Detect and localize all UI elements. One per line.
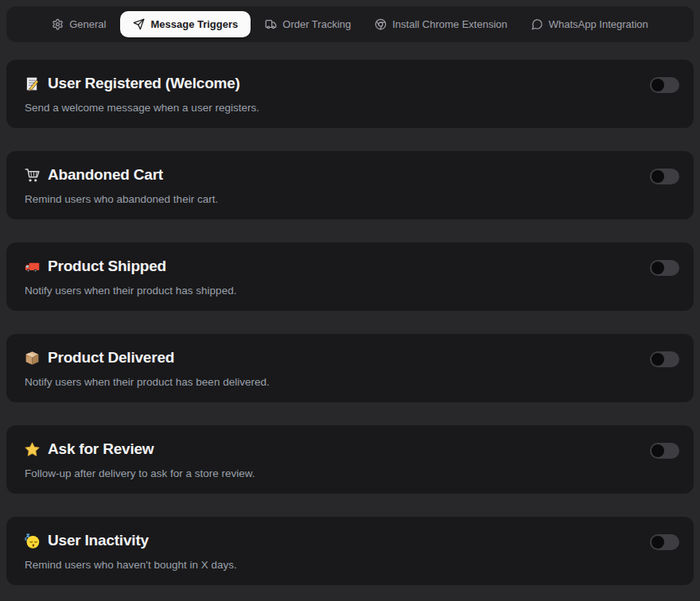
tab-order-tracking-label: Order Tracking xyxy=(282,19,351,29)
trigger-description: Notify users when their product has ship… xyxy=(25,285,676,297)
toggle-product-delivered[interactable] xyxy=(650,351,679,367)
tab-general[interactable]: General xyxy=(42,11,115,37)
trigger-card-product-delivered: Product Delivered Notify users when thei… xyxy=(6,334,694,402)
trigger-title: Product Shipped xyxy=(48,258,166,275)
star-emoji-icon xyxy=(24,441,41,458)
trigger-card-user-registered: User Registered (Welcome) Send a welcome… xyxy=(6,60,694,128)
tab-install-chrome-extension[interactable]: Install Chrome Extension xyxy=(365,11,517,37)
trigger-title: User Inactivity xyxy=(48,532,149,549)
tab-message-triggers-label: Message Triggers xyxy=(150,19,238,29)
trigger-title: User Registered (Welcome) xyxy=(48,75,240,92)
toggle-user-inactivity[interactable] xyxy=(650,534,679,550)
toggle-knob xyxy=(651,353,664,366)
trigger-description: Send a welcome message when a user regis… xyxy=(25,102,676,114)
tab-order-tracking[interactable]: Order Tracking xyxy=(255,11,360,37)
gear-icon xyxy=(52,18,64,30)
trigger-card-abandoned-cart: Abandoned Cart Remind users who abandone… xyxy=(6,151,694,219)
send-icon xyxy=(133,18,145,30)
trigger-description: Remind users who abandoned their cart. xyxy=(25,193,676,205)
tab-whatsapp-integration-label: WhatsApp Integration xyxy=(549,19,648,29)
tab-general-label: General xyxy=(69,19,106,29)
trigger-description: Remind users who haven't bought in X day… xyxy=(25,559,676,571)
trigger-description: Follow-up after delivery to ask for a st… xyxy=(25,467,676,479)
toggle-knob xyxy=(651,79,664,91)
trigger-card-user-inactivity: User Inactivity Remind users who haven't… xyxy=(6,517,694,585)
toggle-knob xyxy=(651,536,664,549)
sleeping-face-emoji-icon xyxy=(24,533,41,549)
package-emoji-icon xyxy=(24,350,41,366)
settings-tab-bar: General Message Triggers Order Tracking … xyxy=(6,6,694,42)
truck-icon xyxy=(265,18,277,30)
tab-message-triggers[interactable]: Message Triggers xyxy=(120,11,251,37)
trigger-title: Product Delivered xyxy=(48,349,174,366)
toggle-product-shipped[interactable] xyxy=(650,260,679,276)
trigger-card-list: User Registered (Welcome) Send a welcome… xyxy=(6,60,694,601)
trigger-description: Notify users when their product has been… xyxy=(25,376,676,388)
toggle-user-registered[interactable] xyxy=(650,77,679,93)
toggle-knob xyxy=(651,444,664,457)
trigger-title: Ask for Review xyxy=(48,440,154,458)
delivery-truck-emoji-icon xyxy=(24,258,41,275)
toggle-abandoned-cart[interactable] xyxy=(650,169,679,184)
toggle-knob xyxy=(651,170,664,183)
trigger-card-ask-for-review: Ask for Review Follow-up after delivery … xyxy=(6,425,694,494)
shopping-cart-emoji-icon xyxy=(24,167,41,184)
memo-emoji-icon xyxy=(24,76,41,92)
toggle-knob xyxy=(651,262,664,274)
chrome-icon xyxy=(375,18,387,30)
tab-install-chrome-extension-label: Install Chrome Extension xyxy=(392,19,508,29)
trigger-title: Abandoned Cart xyxy=(48,166,163,184)
trigger-card-product-shipped: Product Shipped Notify users when their … xyxy=(6,242,694,311)
tab-whatsapp-integration[interactable]: WhatsApp Integration xyxy=(522,11,658,37)
chat-bubble-icon xyxy=(531,18,543,30)
toggle-ask-for-review[interactable] xyxy=(650,443,679,459)
